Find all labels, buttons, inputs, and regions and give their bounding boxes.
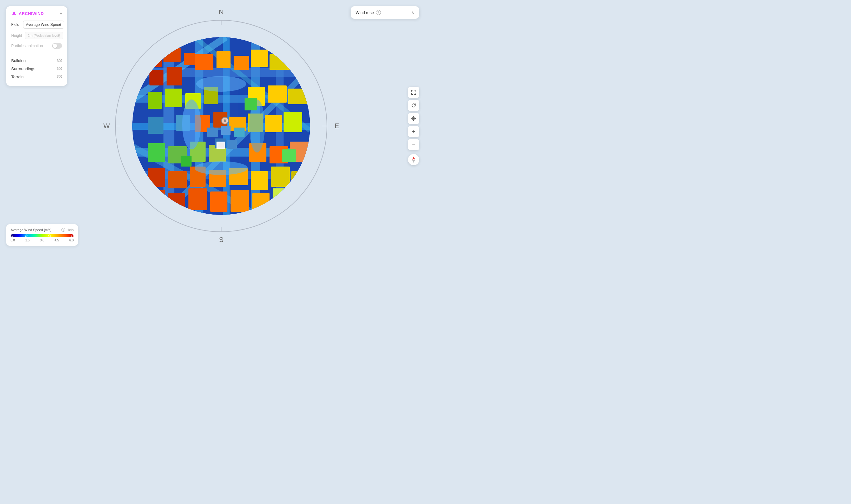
svg-rect-70	[207, 128, 218, 137]
legend-help-button[interactable]: ? Help	[61, 228, 74, 232]
cardinal-east: E	[335, 122, 339, 130]
svg-point-81	[57, 59, 62, 62]
svg-rect-48	[271, 166, 290, 187]
tick-4: 6.0	[69, 239, 74, 242]
tick-south	[221, 227, 221, 231]
svg-rect-25	[251, 50, 268, 67]
svg-rect-74	[228, 140, 237, 149]
svg-rect-23	[217, 51, 231, 68]
legend-header: Average Wind Speed [m/s] ? Help	[11, 228, 74, 232]
svg-point-84	[59, 68, 60, 69]
refresh-icon	[411, 103, 416, 108]
archiwind-logo-icon	[11, 11, 17, 16]
layer-surroundings: Surroundings	[11, 65, 62, 73]
svg-rect-37	[284, 112, 302, 132]
height-label: Height	[11, 33, 22, 38]
svg-marker-80	[12, 11, 16, 16]
svg-rect-77	[282, 149, 296, 162]
field-row: Field Average Wind Speed Wind Speed Max …	[11, 21, 62, 29]
svg-rect-75	[181, 156, 192, 166]
layer-surroundings-label: Surroundings	[11, 67, 35, 71]
cardinal-north: N	[219, 8, 224, 16]
layer-building-visibility[interactable]	[57, 58, 62, 63]
svg-point-66	[182, 100, 201, 149]
wind-map-circle[interactable]	[132, 37, 310, 215]
center-location-marker	[221, 117, 229, 124]
layer-surroundings-visibility[interactable]	[57, 66, 62, 71]
tick-2: 3.0	[40, 239, 44, 242]
svg-rect-53	[210, 192, 228, 212]
help-label: Help	[67, 228, 74, 232]
legend-gradient	[11, 234, 74, 237]
tick-west	[116, 126, 120, 126]
tick-east	[322, 126, 327, 126]
north-arrow-icon	[411, 156, 417, 163]
cardinal-west: W	[103, 122, 110, 130]
svg-rect-28	[148, 92, 162, 109]
zoom-out-icon: −	[412, 142, 416, 148]
layer-building-label: Building	[11, 58, 25, 63]
svg-rect-71	[221, 126, 231, 135]
particles-label: Particles animation	[11, 44, 43, 48]
wind-rose-collapse-button[interactable]: ∧	[411, 10, 414, 15]
svg-rect-22	[195, 54, 213, 70]
svg-rect-21	[167, 67, 182, 86]
svg-point-86	[59, 76, 60, 77]
move-button[interactable]	[408, 113, 419, 124]
svg-point-83	[57, 67, 62, 70]
height-row: Height 2m (Pedestrian level) 5m 10m	[11, 32, 62, 39]
cardinal-south: S	[219, 236, 224, 244]
svg-rect-38	[148, 143, 165, 162]
layer-terrain-label: Terrain	[11, 74, 24, 79]
compass-container: N S E W	[115, 20, 327, 232]
location-circle	[221, 117, 229, 124]
particles-row: Particles animation	[11, 43, 62, 49]
svg-marker-89	[412, 157, 415, 160]
wind-rose-help-button[interactable]: ?	[376, 10, 381, 15]
wind-map-svg	[132, 37, 310, 215]
wind-rose-label: Wind rose	[356, 10, 374, 15]
right-controls: + −	[408, 87, 419, 165]
svg-rect-29	[165, 89, 182, 107]
logo-text: ARCHIWIND	[19, 11, 44, 16]
svg-marker-90	[412, 160, 415, 163]
svg-rect-54	[231, 190, 249, 212]
refresh-button[interactable]	[408, 100, 419, 111]
panel-collapse-button[interactable]: ▾	[60, 11, 62, 16]
fullscreen-button[interactable]	[408, 87, 419, 98]
legend-panel: Average Wind Speed [m/s] ? Help 0.0 1.5 …	[6, 224, 78, 246]
fullscreen-icon	[411, 90, 416, 95]
zoom-in-icon: +	[412, 128, 416, 135]
layer-terrain-visibility[interactable]	[57, 74, 62, 79]
svg-rect-47	[251, 171, 268, 190]
svg-rect-24	[234, 56, 249, 70]
svg-rect-79	[218, 143, 224, 147]
legend-title: Average Wind Speed [m/s]	[11, 228, 52, 232]
svg-rect-43	[168, 171, 187, 188]
north-button[interactable]	[408, 154, 419, 165]
field-label: Field	[11, 22, 21, 27]
panel-header: ARCHIWIND ▾	[11, 11, 62, 16]
legend-dot-min	[11, 235, 13, 237]
wind-rose-panel: Wind rose ? ∧	[351, 6, 419, 19]
left-panel: ARCHIWIND ▾ Field Average Wind Speed Win…	[6, 6, 67, 86]
svg-rect-65	[148, 116, 163, 134]
height-select[interactable]: 2m (Pedestrian level) 5m 10m	[25, 32, 63, 39]
svg-point-67	[196, 76, 246, 92]
svg-rect-76	[245, 98, 257, 110]
tick-north	[221, 21, 221, 25]
zoom-in-button[interactable]: +	[408, 126, 419, 137]
svg-rect-19	[184, 53, 195, 65]
zoom-out-button[interactable]: −	[408, 139, 419, 150]
svg-rect-59	[268, 86, 287, 103]
wind-rose-title: Wind rose ?	[356, 10, 381, 15]
svg-text:?: ?	[63, 229, 64, 231]
field-select[interactable]: Average Wind Speed Wind Speed Max Wind F…	[23, 21, 64, 29]
particles-toggle[interactable]	[52, 43, 62, 49]
legend-dot-high	[48, 235, 51, 237]
svg-rect-52	[188, 188, 207, 210]
divider	[11, 53, 62, 53]
legend-ticks: 0.0 1.5 3.0 4.5 6.0	[11, 239, 74, 242]
move-icon	[411, 116, 416, 121]
tick-3: 4.5	[55, 239, 59, 242]
